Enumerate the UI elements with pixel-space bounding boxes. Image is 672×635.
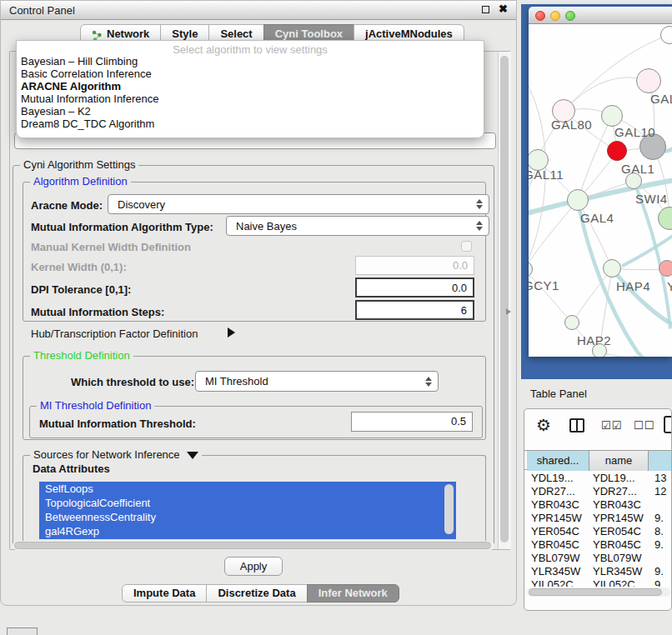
- mi-type-select[interactable]: Naive Bayes: [226, 216, 489, 236]
- table-row[interactable]: YDL19... YDL19... 13: [524, 471, 672, 484]
- settings-horizontal-scrollbar[interactable]: [13, 541, 494, 550]
- expand-right-icon[interactable]: [228, 328, 235, 338]
- control-panel-title: Control Panel: [9, 4, 75, 17]
- settings-horizontal-scrollbar-thumb[interactable]: [14, 542, 491, 549]
- table-row[interactable]: YBL079W YBL079W: [524, 551, 672, 564]
- network-node[interactable]: [567, 189, 589, 211]
- which-threshold-select[interactable]: MI Threshold: [195, 371, 439, 392]
- cell: YLR345W: [531, 564, 586, 578]
- select-all-icon[interactable]: ☑☑: [601, 419, 622, 432]
- network-node[interactable]: [636, 68, 661, 93]
- menu-item-dream8[interactable]: Dream8 DC_TDC Algorithm: [21, 118, 154, 130]
- cell: YDL19...: [531, 471, 586, 485]
- gear-icon[interactable]: ⚙: [536, 415, 551, 435]
- dpi-tolerance-field[interactable]: 0.0: [355, 278, 474, 298]
- cell: YPR145W: [593, 511, 646, 525]
- manual-kernel-checkbox[interactable]: [461, 241, 472, 252]
- aracne-mode-select[interactable]: Discovery: [108, 194, 489, 214]
- cell: YDR27...: [593, 484, 646, 498]
- minimize-traffic-light-icon[interactable]: [550, 11, 560, 21]
- data-attributes-list[interactable]: SelfLoops TopologicalCoefficient Between…: [39, 482, 456, 539]
- splitter-grip[interactable]: [506, 308, 511, 315]
- table-row[interactable]: YDR27... YDR27... 12: [524, 484, 672, 498]
- menu-item-aracne[interactable]: ARACNE Algorithm: [21, 80, 121, 92]
- which-threshold-label: Which threshold to use:: [71, 376, 194, 388]
- cell: YIL052C: [593, 578, 646, 587]
- tab-infer-network[interactable]: Infer Network: [307, 584, 399, 602]
- settings-vertical-scrollbar[interactable]: [498, 52, 511, 549]
- spinner-arrows-icon: [476, 199, 483, 209]
- table-body: YDL19... YDL19... 13 YDR27... YDR27... 1…: [524, 471, 672, 587]
- table-horizontal-scrollbar[interactable]: [527, 588, 670, 597]
- deselect-all-icon[interactable]: ☐☐: [634, 419, 654, 432]
- list-item[interactable]: SelfLoops: [39, 482, 456, 496]
- node-label: GAL4: [580, 211, 614, 225]
- mi-type-label: Mutual Information Algorithm Type:: [31, 221, 213, 233]
- list-item[interactable]: TopologicalCoefficient: [39, 496, 456, 510]
- panel-icon[interactable]: [664, 416, 672, 433]
- mi-steps-field[interactable]: 6: [355, 300, 474, 320]
- network-node[interactable]: [601, 105, 623, 127]
- cell: 9.: [654, 564, 672, 578]
- table-row[interactable]: YIL052C YIL052C 9: [524, 578, 672, 587]
- dpi-tolerance-label: DPI Tolerance [0,1]:: [31, 283, 131, 296]
- attributes-scrollbar-thumb[interactable]: [444, 484, 454, 534]
- columns-icon[interactable]: [569, 418, 584, 432]
- node-label: GAL10: [614, 125, 655, 139]
- column-header-shared-name[interactable]: shared...: [527, 451, 589, 471]
- cell: [654, 551, 672, 565]
- zoom-traffic-light-icon[interactable]: [565, 11, 575, 21]
- menu-item-mutual-information[interactable]: Mutual Information Inference: [21, 92, 158, 105]
- network-icon: [92, 28, 103, 40]
- close-icon[interactable]: ✖: [499, 2, 508, 15]
- float-icon[interactable]: [482, 6, 489, 13]
- menu-item-bayesian-k2[interactable]: Bayesian – K2: [21, 105, 91, 118]
- bottom-left-partial-button[interactable]: [7, 628, 38, 635]
- cell: YLR345W: [593, 564, 646, 578]
- apply-button[interactable]: Apply: [224, 557, 283, 576]
- cell: YER054C: [593, 524, 646, 538]
- cell: YDL19...: [593, 471, 646, 485]
- threshold-definition-title: Threshold Definition: [30, 349, 133, 362]
- network-canvas[interactable]: GAL GAL80 GAL10 GAL1 GAL11 SWI4 GAL4 GCY…: [529, 24, 672, 357]
- table-row[interactable]: YBR045C YBR045C 9.: [524, 538, 672, 551]
- list-item[interactable]: BetweennessCentrality: [39, 510, 456, 524]
- settings-vertical-scrollbar-thumb[interactable]: [500, 56, 509, 542]
- bottom-tabs: Impute Data Discretize Data Infer Networ…: [122, 584, 399, 602]
- table-horizontal-scrollbar-thumb[interactable]: [529, 588, 662, 596]
- column-header-name[interactable]: name: [589, 451, 649, 471]
- network-window-titlebar[interactable]: [529, 7, 672, 24]
- sources-group-title[interactable]: Sources for Network Inference: [30, 448, 202, 461]
- tab-discretize-data[interactable]: Discretize Data: [206, 584, 307, 602]
- cell: YBL079W: [531, 551, 586, 565]
- cell: 8.: [654, 524, 672, 538]
- mi-threshold-field[interactable]: 0.5: [351, 412, 473, 432]
- network-node-selected[interactable]: [607, 141, 627, 161]
- cell: [654, 498, 672, 512]
- cell: YBR043C: [531, 498, 586, 512]
- node-label: GAL80: [551, 118, 592, 132]
- network-node[interactable]: [603, 259, 621, 278]
- close-traffic-light-icon[interactable]: [535, 11, 545, 21]
- control-panel-titlebar[interactable]: Control Panel ✖: [1, 1, 516, 20]
- list-item[interactable]: gal4RGexp: [39, 524, 456, 538]
- spinner-arrows-icon: [425, 377, 432, 387]
- node-label: GAL11: [529, 168, 564, 182]
- kernel-width-label: Kernel Width (0,1):: [31, 261, 127, 273]
- algorithm-placeholder: Select algorithm to view settings: [17, 43, 484, 56]
- hub-definition-label[interactable]: Hub/Transcription Factor Definition: [31, 328, 198, 340]
- manual-kernel-label: Manual Kernel Width Definition: [31, 241, 191, 253]
- network-node[interactable]: [564, 315, 579, 330]
- network-node[interactable]: [659, 260, 672, 277]
- algorithm-dropdown-popup: Select algorithm to view settings Bayesi…: [16, 40, 484, 138]
- column-header-partial[interactable]: [649, 451, 672, 471]
- table-row[interactable]: YPR145W YPR145W 9.: [524, 511, 672, 524]
- menu-item-basic-correlation[interactable]: Basic Correlation Inference: [21, 68, 152, 80]
- table-row[interactable]: YLR345W YLR345W 9.: [524, 564, 672, 578]
- table-row[interactable]: YER054C YER054C 8.: [524, 524, 672, 538]
- collapse-down-icon: [187, 452, 198, 459]
- menu-item-bayesian-hill[interactable]: Bayesian – Hill Climbing: [21, 55, 138, 68]
- kernel-width-field[interactable]: 0.0: [355, 256, 474, 275]
- table-row[interactable]: YBR043C YBR043C: [524, 498, 672, 511]
- tab-impute-data[interactable]: Impute Data: [122, 584, 207, 602]
